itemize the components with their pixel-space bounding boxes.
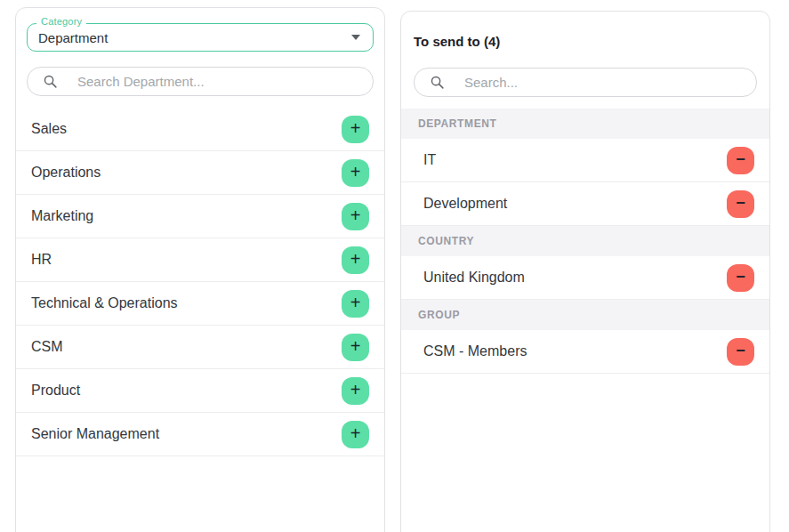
recipient-row: CSM - Members −	[401, 330, 769, 374]
recipient-label: Development	[423, 196, 507, 212]
section-header: DEPARTMENT	[401, 109, 769, 139]
minus-icon: −	[736, 151, 745, 167]
department-label: HR	[31, 252, 52, 268]
plus-icon: +	[350, 381, 361, 399]
department-label: Marketing	[31, 208, 93, 224]
department-label: CSM	[31, 339, 63, 355]
department-label: Product	[31, 383, 80, 399]
recipients-title: To send to (4)	[414, 34, 757, 49]
plus-icon: +	[350, 250, 361, 268]
department-row: Operations +	[16, 151, 384, 195]
add-button[interactable]: +	[342, 116, 369, 143]
plus-icon: +	[350, 206, 361, 224]
category-panel: Category Department Sales + Operations +…	[15, 7, 385, 532]
department-label: Senior Management	[31, 426, 159, 442]
add-button[interactable]: +	[342, 334, 369, 361]
recipient-row: Development −	[401, 182, 769, 226]
search-icon	[43, 74, 58, 89]
department-row: Senior Management +	[16, 413, 384, 456]
recipient-row: United Kingdom −	[401, 256, 769, 300]
minus-icon: −	[736, 343, 745, 359]
department-label: Operations	[31, 165, 101, 181]
add-button[interactable]: +	[342, 203, 369, 230]
section-header-label: COUNTRY	[418, 235, 474, 247]
plus-icon: +	[350, 163, 361, 181]
remove-button[interactable]: −	[727, 338, 754, 366]
section-header: GROUP	[401, 300, 769, 330]
department-row: Technical & Operations +	[16, 282, 384, 326]
category-select-value: Department	[28, 30, 108, 45]
remove-button[interactable]: −	[727, 147, 754, 174]
department-row: Sales +	[16, 108, 384, 151]
department-row: Product +	[16, 369, 384, 413]
add-button[interactable]: +	[342, 377, 369, 405]
add-button[interactable]: +	[342, 246, 369, 274]
department-row: Marketing +	[16, 195, 384, 238]
department-row: HR +	[16, 238, 384, 282]
chevron-down-icon	[351, 35, 360, 40]
remove-button[interactable]: −	[727, 190, 754, 218]
section-header: COUNTRY	[401, 226, 769, 256]
add-button[interactable]: +	[342, 421, 369, 448]
department-search-input[interactable]	[77, 74, 373, 89]
recipients-panel: To send to (4) DEPARTMENT IT − Developme…	[400, 11, 770, 532]
category-select[interactable]: Category Department	[27, 23, 374, 52]
department-row: CSM +	[16, 326, 384, 369]
recipients-search[interactable]	[414, 68, 757, 97]
recipients-search-input[interactable]	[464, 75, 756, 90]
section-header-label: DEPARTMENT	[418, 117, 496, 130]
plus-icon: +	[350, 424, 361, 442]
department-search[interactable]	[27, 67, 374, 96]
recipient-row: IT −	[401, 139, 769, 182]
plus-icon: +	[350, 119, 361, 137]
recipient-label: IT	[423, 152, 436, 168]
department-label: Sales	[31, 121, 67, 137]
add-button[interactable]: +	[342, 159, 369, 187]
recipient-label: CSM - Members	[423, 343, 527, 359]
search-icon	[430, 75, 445, 90]
add-button[interactable]: +	[342, 290, 369, 318]
department-list: Sales + Operations + Marketing + HR + Te…	[16, 108, 384, 456]
minus-icon: −	[736, 269, 745, 285]
selected-list: DEPARTMENT IT − Development − COUNTRY Un…	[401, 109, 769, 374]
category-select-label: Category	[36, 16, 86, 27]
plus-icon: +	[350, 337, 361, 355]
minus-icon: −	[736, 195, 745, 211]
plus-icon: +	[350, 294, 361, 311]
section-header-label: GROUP	[418, 309, 460, 321]
recipient-label: United Kingdom	[423, 270, 525, 286]
remove-button[interactable]: −	[727, 264, 754, 292]
department-label: Technical & Operations	[31, 295, 178, 311]
